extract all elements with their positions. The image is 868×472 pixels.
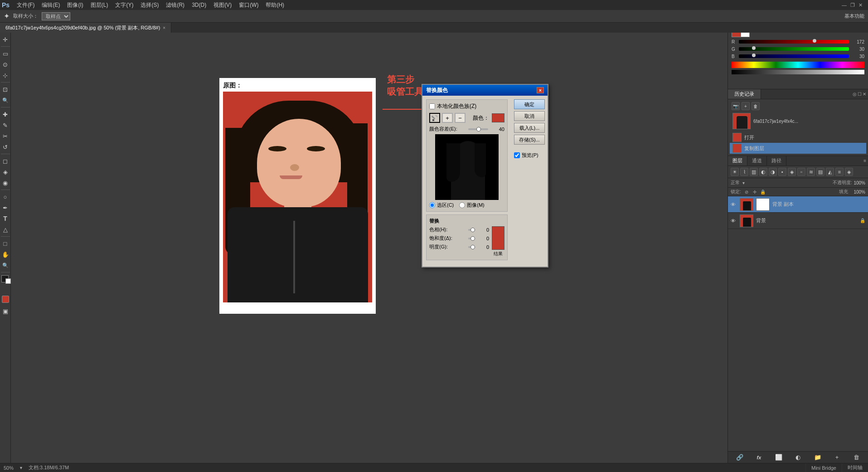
history-panel-btn3[interactable]: ✕: [863, 92, 866, 97]
menu-help[interactable]: 帮助(H): [262, 0, 288, 10]
history-item-copy[interactable]: 复制图层: [730, 143, 866, 154]
load-button[interactable]: 载入(L)...: [514, 123, 545, 133]
tab-channels[interactable]: 通道: [747, 156, 767, 165]
eyedropper-tool[interactable]: 🔍: [0, 95, 10, 105]
screen-mode-tool[interactable]: ▣: [0, 306, 10, 316]
adj-posterize[interactable]: ▤: [816, 168, 824, 176]
marquee-tool[interactable]: ▭: [0, 49, 10, 58]
eraser-tool[interactable]: ◻: [0, 156, 10, 166]
saturation-slider[interactable]: [468, 238, 473, 239]
adj-curves[interactable]: ⌇: [740, 168, 748, 176]
fill-value[interactable]: 100%: [853, 190, 865, 195]
hue-slider[interactable]: [468, 229, 473, 231]
preview-checkbox[interactable]: [514, 152, 520, 158]
lock-pixels-icon[interactable]: ⊘: [744, 189, 749, 195]
menu-image[interactable]: 图像(I): [63, 0, 87, 10]
pen-tool[interactable]: ✒: [0, 203, 10, 213]
color-diff-slider[interactable]: [468, 128, 488, 130]
radio-image-input[interactable]: [459, 202, 465, 208]
history-delete-btn[interactable]: 🗑: [752, 102, 760, 110]
history-panel-btn1[interactable]: ◎: [853, 92, 857, 97]
radio-image[interactable]: 图像(M): [459, 202, 485, 209]
adj-vibrance[interactable]: ◈: [788, 168, 796, 176]
lock-position-icon[interactable]: ✛: [752, 189, 757, 195]
document-tab[interactable]: 6fa017c7jw1ey4fx6ps4cg209d0ef40b.jpg @ 5…: [0, 23, 171, 33]
cancel-button[interactable]: 取消: [514, 111, 545, 121]
menu-edit[interactable]: 编辑(E): [38, 0, 63, 10]
eyedropper-subtract-btn[interactable]: −: [455, 113, 466, 123]
color-preview-box[interactable]: [492, 113, 504, 122]
eyedropper-sample-btn[interactable]: [429, 113, 440, 123]
zoom-tool[interactable]: 🔍: [0, 260, 10, 270]
channel-b-slider[interactable]: [739, 54, 849, 59]
layer-link-btn[interactable]: 🔗: [735, 453, 744, 462]
layer-eye-bg[interactable]: 👁: [731, 218, 737, 224]
layer-mask-btn[interactable]: ⬜: [774, 453, 783, 462]
menu-text[interactable]: 文字(Y): [112, 0, 137, 10]
menu-window[interactable]: 窗口(W): [235, 0, 262, 10]
channel-r-slider[interactable]: [739, 39, 849, 44]
adj-threshold[interactable]: ◭: [826, 168, 834, 176]
brush-tool[interactable]: ✎: [0, 120, 10, 130]
menu-3d[interactable]: 3D(D): [188, 1, 210, 9]
tab-paths[interactable]: 路径: [767, 156, 786, 165]
layer-row-copy[interactable]: 👁 背景 副本: [728, 196, 868, 213]
quick-mask-tool[interactable]: [0, 294, 10, 304]
lasso-tool[interactable]: ⊙: [0, 59, 10, 69]
tab-layers[interactable]: 图层: [728, 156, 747, 165]
adj-photo[interactable]: ▫: [797, 168, 805, 176]
menu-select[interactable]: 选择(S): [137, 0, 162, 10]
tab-close-btn[interactable]: ×: [163, 25, 165, 30]
adj-brightness[interactable]: ☀: [731, 168, 739, 176]
eyedropper-add-btn[interactable]: +: [442, 113, 453, 123]
text-tool[interactable]: T: [0, 214, 10, 224]
menu-filter[interactable]: 滤镜(R): [162, 0, 188, 10]
layer-adjustment-btn[interactable]: ◐: [794, 453, 803, 462]
save-button[interactable]: 存储(S)...: [514, 135, 545, 145]
color-spectrum[interactable]: [732, 62, 864, 68]
history-brush-tool[interactable]: ↺: [0, 142, 10, 152]
menu-view[interactable]: 视图(V): [210, 0, 235, 10]
adj-black-white[interactable]: ▪: [778, 168, 786, 176]
tab-history[interactable]: 历史记录: [728, 89, 761, 99]
brightness-slider[interactable]: [468, 246, 473, 248]
sample-size-select[interactable]: 取样点: [42, 12, 70, 20]
move-tool[interactable]: ✛: [0, 34, 10, 44]
close-btn[interactable]: ✕: [858, 2, 863, 8]
gradient-tool[interactable]: ◈: [0, 167, 10, 177]
radio-select-input[interactable]: [429, 202, 435, 208]
layer-group-btn[interactable]: 📁: [813, 453, 822, 462]
background-color[interactable]: [5, 278, 11, 284]
magic-wand-tool[interactable]: ⊹: [0, 70, 10, 80]
blur-tool[interactable]: ◉: [0, 178, 10, 188]
mini-bridge-tab[interactable]: Mini Bridge: [806, 463, 842, 472]
hand-tool[interactable]: ✋: [0, 249, 10, 259]
shape-tool[interactable]: □: [0, 238, 10, 248]
adj-channel[interactable]: ≋: [807, 168, 815, 176]
dialog-close-btn[interactable]: ×: [537, 87, 544, 93]
adj-selective[interactable]: ◈: [845, 168, 853, 176]
heal-tool[interactable]: ✚: [0, 109, 10, 119]
path-tool[interactable]: △: [0, 224, 10, 234]
history-snapshot-btn[interactable]: 📷: [732, 102, 740, 110]
layer-fx-btn[interactable]: fx: [755, 453, 764, 462]
clone-tool[interactable]: ✂: [0, 131, 10, 141]
layer-eye-copy[interactable]: 👁: [731, 202, 737, 207]
adj-gradient-map[interactable]: ≡: [835, 168, 844, 176]
color-spectrum-gray[interactable]: [732, 70, 864, 74]
restore-btn[interactable]: ❐: [850, 2, 855, 8]
layer-delete-btn[interactable]: 🗑: [852, 453, 861, 462]
adj-levels[interactable]: ▥: [750, 168, 758, 176]
channel-g-slider[interactable]: [739, 46, 849, 52]
menu-layer[interactable]: 图层(L): [87, 0, 112, 10]
dodge-tool[interactable]: ○: [0, 192, 10, 202]
layers-panel-menu[interactable]: ≡: [863, 158, 866, 163]
local-colors-checkbox[interactable]: [429, 103, 435, 109]
history-item-open[interactable]: 打开: [730, 132, 866, 143]
adj-hue[interactable]: ◐: [759, 168, 767, 176]
timeline-tab[interactable]: 时间轴: [842, 463, 868, 472]
opacity-value[interactable]: 100%: [853, 180, 865, 185]
crop-tool[interactable]: ⊡: [0, 84, 10, 94]
color-pair[interactable]: [0, 275, 10, 285]
radio-select[interactable]: 选区(C): [429, 202, 454, 209]
